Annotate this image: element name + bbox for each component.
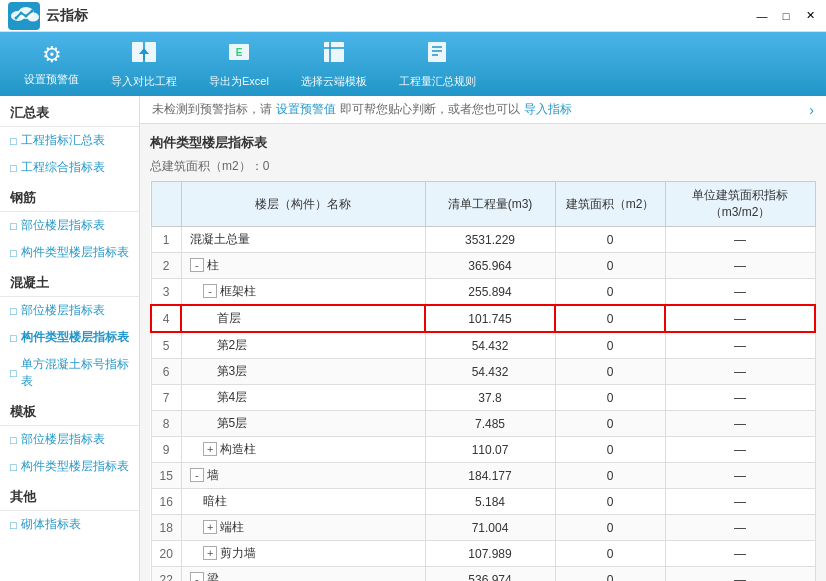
row-name: 暗柱 — [181, 489, 425, 515]
table-subtitle: 总建筑面积（m2）：0 — [150, 158, 816, 175]
row-number: 2 — [151, 253, 181, 279]
export-icon: E — [225, 40, 253, 70]
row-area: 0 — [555, 463, 665, 489]
row-area: 0 — [555, 437, 665, 463]
svg-rect-14 — [324, 42, 344, 62]
row-area: 0 — [555, 227, 665, 253]
doc-icon: □ — [10, 220, 17, 232]
sidebar-group-rebar: 钢筋 — [0, 181, 139, 212]
sidebar-item-concrete-floor[interactable]: □ 部位楼层指标表 — [0, 297, 139, 324]
template-icon — [320, 40, 348, 70]
row-number: 6 — [151, 359, 181, 385]
row-name: -柱 — [181, 253, 425, 279]
sidebar-item-engineering-comprehensive[interactable]: □ 工程综合指标表 — [0, 154, 139, 181]
sidebar-item-formwork-component[interactable]: □ 构件类型楼层指标表 — [0, 453, 139, 480]
row-name: +端柱 — [181, 515, 425, 541]
expand-button[interactable]: + — [203, 520, 217, 534]
table-title: 构件类型楼层指标表 — [150, 134, 816, 152]
toolbar-rules[interactable]: 工程量汇总规则 — [387, 34, 488, 95]
expand-button[interactable]: - — [190, 572, 204, 581]
col-header-name: 楼层（构件）名称 — [181, 182, 425, 227]
expand-button[interactable]: - — [190, 258, 204, 272]
doc-icon: □ — [10, 367, 17, 379]
toolbar-export[interactable]: E 导出为Excel — [197, 34, 281, 95]
row-number: 9 — [151, 437, 181, 463]
sidebar-item-concrete-component[interactable]: □ 构件类型楼层指标表 — [0, 324, 139, 351]
table-header-row: 楼层（构件）名称 清单工程量(m3) 建筑面积（m2） 单位建筑面积指标（m3/… — [151, 182, 815, 227]
row-number: 5 — [151, 332, 181, 359]
close-button[interactable]: ✕ — [802, 8, 818, 24]
row-area: 0 — [555, 385, 665, 411]
row-area: 0 — [555, 359, 665, 385]
doc-icon: □ — [10, 519, 17, 531]
toolbar-settings[interactable]: ⚙ 设置预警值 — [12, 36, 91, 93]
sidebar-label: 部位楼层指标表 — [21, 217, 105, 234]
notice-arrow-icon: › — [809, 102, 814, 118]
expand-button[interactable]: + — [203, 546, 217, 560]
sidebar-item-concrete-grade[interactable]: □ 单方混凝土标号指标表 — [0, 351, 139, 395]
content-area: 未检测到预警指标，请 设置预警值 即可帮您贴心判断，或者您也可以 导入指标 › … — [140, 96, 826, 581]
sidebar-label: 砌体指标表 — [21, 516, 81, 533]
sidebar-item-masonry[interactable]: □ 砌体指标表 — [0, 511, 139, 538]
minimize-button[interactable]: — — [754, 8, 770, 24]
sidebar-item-rebar-component[interactable]: □ 构件类型楼层指标表 — [0, 239, 139, 266]
toolbar-import[interactable]: 导入对比工程 — [99, 34, 189, 95]
table-row: 1混凝土总量3531.2290— — [151, 227, 815, 253]
notice-link-settings[interactable]: 设置预警值 — [276, 101, 336, 118]
row-index: — — [665, 567, 815, 582]
svg-text:E: E — [236, 47, 243, 58]
row-qty: 101.745 — [425, 305, 555, 332]
sidebar-item-engineering-summary[interactable]: □ 工程指标汇总表 — [0, 127, 139, 154]
notice-link-import[interactable]: 导入指标 — [524, 101, 572, 118]
row-index: — — [665, 411, 815, 437]
expand-button[interactable]: + — [203, 442, 217, 456]
svg-point-5 — [20, 11, 23, 14]
table-row: 5 第2层54.4320— — [151, 332, 815, 359]
doc-icon: □ — [10, 332, 17, 344]
row-number: 8 — [151, 411, 181, 437]
notice-text2: 即可帮您贴心判断，或者您也可以 — [340, 101, 520, 118]
sidebar-item-rebar-floor[interactable]: □ 部位楼层指标表 — [0, 212, 139, 239]
row-area: 0 — [555, 567, 665, 582]
row-number: 7 — [151, 385, 181, 411]
table-row: 7 第4层37.80— — [151, 385, 815, 411]
doc-icon: □ — [10, 434, 17, 446]
table-row: 2-柱365.9640— — [151, 253, 815, 279]
row-qty: 365.964 — [425, 253, 555, 279]
row-number: 15 — [151, 463, 181, 489]
app-title: 云指标 — [46, 7, 88, 25]
table-row: 6 第3层54.4320— — [151, 359, 815, 385]
expand-button[interactable]: - — [203, 284, 217, 298]
row-number: 16 — [151, 489, 181, 515]
doc-icon: □ — [10, 305, 17, 317]
row-area: 0 — [555, 279, 665, 306]
row-number: 3 — [151, 279, 181, 306]
sidebar-label: 工程综合指标表 — [21, 159, 105, 176]
row-name: 混凝土总量 — [181, 227, 425, 253]
row-area: 0 — [555, 332, 665, 359]
toolbar-template-label: 选择云端模板 — [301, 74, 367, 89]
sidebar-label: 部位楼层指标表 — [21, 431, 105, 448]
expand-button[interactable]: - — [190, 468, 204, 482]
row-qty: 536.974 — [425, 567, 555, 582]
sidebar-group-concrete: 混凝土 — [0, 266, 139, 297]
toolbar-settings-label: 设置预警值 — [24, 72, 79, 87]
restore-button[interactable]: □ — [778, 8, 794, 24]
table-row: 16 暗柱5.1840— — [151, 489, 815, 515]
toolbar-template[interactable]: 选择云端模板 — [289, 34, 379, 95]
row-index: — — [665, 515, 815, 541]
notice-bar: 未检测到预警指标，请 设置预警值 即可帮您贴心判断，或者您也可以 导入指标 › — [140, 96, 826, 124]
window-controls: — □ ✕ — [754, 8, 818, 24]
row-name: 首层 — [181, 305, 425, 332]
doc-icon: □ — [10, 247, 17, 259]
row-index: — — [665, 463, 815, 489]
row-area: 0 — [555, 305, 665, 332]
row-area: 0 — [555, 411, 665, 437]
main-layout: 汇总表 □ 工程指标汇总表 □ 工程综合指标表 钢筋 □ 部位楼层指标表 □ 构… — [0, 96, 826, 581]
doc-icon: □ — [10, 461, 17, 473]
sidebar-label: 部位楼层指标表 — [21, 302, 105, 319]
col-header-num — [151, 182, 181, 227]
row-name: +剪力墙 — [181, 541, 425, 567]
sidebar-item-formwork-floor[interactable]: □ 部位楼层指标表 — [0, 426, 139, 453]
settings-icon: ⚙ — [42, 42, 62, 68]
